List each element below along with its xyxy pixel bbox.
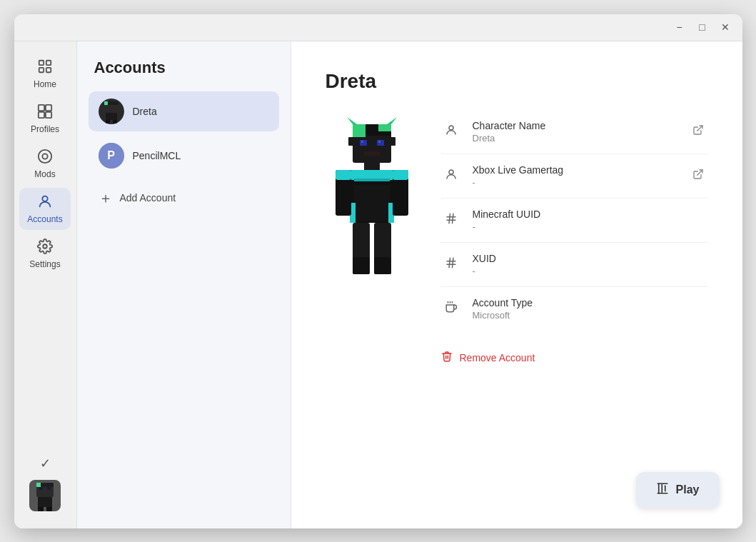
svg-rect-19 bbox=[46, 507, 52, 511]
trash-icon bbox=[441, 351, 453, 365]
svg-line-60 bbox=[697, 170, 702, 175]
svg-rect-25 bbox=[104, 101, 108, 105]
left-panel: Accounts bbox=[77, 41, 291, 528]
xuid-icon bbox=[441, 256, 461, 273]
field-content-minecraft-uuid: Minecraft UUID - bbox=[473, 209, 708, 232]
xbox-gamertag-action-icon[interactable] bbox=[688, 169, 708, 183]
avatar-letter-pencilmcl: P bbox=[99, 143, 124, 169]
svg-marker-55 bbox=[347, 117, 357, 124]
remove-account-button[interactable]: Remove Account bbox=[441, 345, 708, 371]
sidebar-item-mods-label: Mods bbox=[34, 169, 55, 179]
field-value-minecraft-uuid: - bbox=[473, 221, 708, 232]
account-name-title: Dreta bbox=[326, 70, 708, 93]
field-value-xuid: - bbox=[473, 266, 708, 276]
sidebar-item-home-label: Home bbox=[34, 79, 56, 89]
svg-rect-37 bbox=[364, 151, 380, 156]
svg-rect-28 bbox=[113, 120, 117, 124]
account-item-pencilmcl[interactable]: P PencilMCL bbox=[89, 136, 279, 176]
svg-rect-7 bbox=[46, 111, 51, 117]
accounts-icon bbox=[37, 194, 53, 211]
svg-rect-27 bbox=[106, 120, 110, 124]
close-button[interactable]: ✕ bbox=[717, 19, 734, 36]
detail-fields: Character Name Dreta Xbox Live bbox=[441, 110, 708, 371]
field-row-xbox-gamertag: Xbox Live Gamertag - bbox=[441, 154, 708, 199]
svg-rect-5 bbox=[46, 104, 51, 110]
account-list: Dreta P PencilMCL bbox=[89, 91, 279, 176]
svg-rect-4 bbox=[39, 104, 44, 110]
remove-account-label: Remove Account bbox=[460, 352, 535, 363]
svg-rect-14 bbox=[47, 487, 51, 490]
field-content-account-type: Account Type Microsoft bbox=[473, 297, 708, 321]
svg-line-67 bbox=[449, 258, 450, 268]
avatar-dreta bbox=[99, 99, 124, 124]
field-label-xuid: XUID bbox=[473, 253, 708, 264]
field-content-xbox-gamertag: Xbox Live Gamertag - bbox=[473, 164, 677, 188]
character-name-action-icon[interactable] bbox=[688, 124, 708, 139]
svg-rect-36 bbox=[378, 141, 380, 143]
svg-rect-26 bbox=[106, 113, 117, 120]
svg-rect-43 bbox=[354, 179, 390, 181]
svg-line-63 bbox=[449, 214, 450, 224]
svg-point-8 bbox=[39, 149, 51, 162]
svg-rect-42 bbox=[350, 170, 394, 180]
play-button[interactable]: Play bbox=[636, 472, 720, 508]
svg-rect-13 bbox=[39, 487, 43, 490]
field-content-character-name: Character Name Dreta bbox=[473, 120, 677, 144]
field-label-account-type: Account Type bbox=[473, 297, 708, 308]
skin-preview bbox=[326, 110, 418, 331]
account-item-dreta[interactable]: Dreta bbox=[89, 91, 279, 131]
sidebar-item-home[interactable]: Home bbox=[19, 53, 71, 95]
field-content-xuid: XUID - bbox=[473, 253, 708, 276]
character-name-icon bbox=[441, 124, 461, 140]
account-name-dreta: Dreta bbox=[133, 106, 157, 117]
svg-point-9 bbox=[42, 154, 47, 159]
account-name-pencilmcl: PencilMCL bbox=[133, 150, 181, 161]
account-detail-area: Character Name Dreta Xbox Live bbox=[326, 110, 708, 371]
play-icon bbox=[656, 482, 669, 498]
sidebar-item-profiles[interactable]: Profiles bbox=[19, 98, 71, 140]
sidebar-item-accounts-label: Accounts bbox=[27, 214, 62, 224]
svg-rect-0 bbox=[39, 60, 44, 64]
svg-rect-3 bbox=[46, 67, 51, 71]
field-label-minecraft-uuid: Minecraft UUID bbox=[473, 209, 708, 220]
maximize-button[interactable]: □ bbox=[694, 19, 711, 36]
mods-icon bbox=[37, 149, 53, 166]
minecraft-uuid-icon bbox=[441, 212, 461, 229]
xbox-gamertag-icon bbox=[441, 168, 461, 184]
svg-rect-44 bbox=[354, 185, 390, 221]
avatar-pencilmcl: P bbox=[99, 143, 124, 169]
field-label-xbox-gamertag: Xbox Live Gamertag bbox=[473, 164, 677, 176]
add-account-button[interactable]: ＋ Add Account bbox=[89, 181, 279, 215]
play-label: Play bbox=[676, 483, 700, 496]
home-icon bbox=[37, 59, 53, 76]
svg-rect-32 bbox=[378, 124, 391, 131]
nav-bottom: ✓ bbox=[19, 456, 71, 517]
svg-point-57 bbox=[449, 126, 453, 130]
svg-rect-35 bbox=[361, 141, 363, 143]
sidebar-item-accounts[interactable]: Accounts bbox=[19, 188, 71, 230]
user-avatar-bottom[interactable] bbox=[29, 480, 61, 511]
minimize-button[interactable]: − bbox=[671, 19, 688, 36]
svg-line-58 bbox=[697, 126, 702, 131]
field-row-account-type: Account Type Microsoft bbox=[441, 287, 708, 331]
sidebar-item-settings[interactable]: Settings bbox=[19, 233, 71, 275]
panel-title: Accounts bbox=[89, 59, 279, 77]
svg-rect-16 bbox=[36, 483, 41, 487]
svg-point-11 bbox=[43, 244, 47, 249]
svg-rect-53 bbox=[353, 257, 370, 274]
svg-rect-2 bbox=[39, 67, 44, 71]
sidebar-nav: Home Profiles Mods Accounts bbox=[14, 41, 77, 528]
field-row-minecraft-uuid: Minecraft UUID - bbox=[441, 199, 708, 243]
svg-point-10 bbox=[42, 196, 47, 201]
check-icon[interactable]: ✓ bbox=[40, 456, 51, 471]
field-value-xbox-gamertag: - bbox=[473, 177, 677, 188]
field-value-character-name: Dreta bbox=[473, 133, 677, 144]
field-row-xuid: XUID - bbox=[441, 243, 708, 287]
svg-rect-48 bbox=[336, 170, 351, 180]
main-window: − □ ✕ Home Profiles Mods bbox=[14, 14, 742, 528]
add-account-label: Add Account bbox=[120, 192, 176, 204]
sidebar-item-mods[interactable]: Mods bbox=[19, 143, 71, 185]
field-value-account-type: Microsoft bbox=[473, 310, 708, 321]
right-panel: Dreta bbox=[291, 41, 742, 528]
svg-rect-31 bbox=[353, 124, 366, 137]
